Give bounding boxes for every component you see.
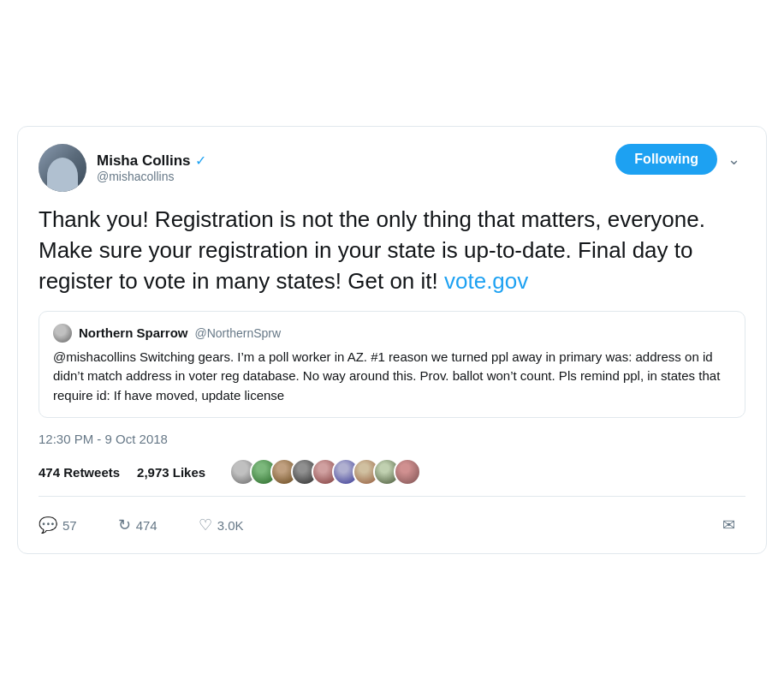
heart-icon: ♡ xyxy=(199,516,212,534)
quoted-author: Northern Sparrow @NorthernSprw xyxy=(53,324,731,343)
tweet-stats: 474 Retweets 2,973 Likes xyxy=(39,458,745,497)
avatar-cluster xyxy=(229,458,421,486)
tweet-header: Misha Collins ✓ @mishacollins Following … xyxy=(39,144,745,192)
quoted-text: @mishacollins Switching gears. I’m a pol… xyxy=(53,348,731,406)
share-button[interactable]: ✉ xyxy=(722,510,745,540)
retweet-label: Retweets xyxy=(63,465,120,480)
likes-count: 2,973 xyxy=(137,465,169,480)
verified-icon: ✓ xyxy=(195,152,206,169)
avatar xyxy=(39,144,86,192)
tweet-timestamp: 12:30 PM - 9 Oct 2018 xyxy=(39,432,745,446)
retweet-button[interactable]: ↻ 474 xyxy=(118,510,168,540)
tweet-author: Misha Collins ✓ @mishacollins xyxy=(39,144,206,192)
likes-label: Likes xyxy=(173,465,205,480)
tweet-body: Thank you! Registration is not the only … xyxy=(39,204,745,297)
retweet-stat: 474 Retweets xyxy=(39,465,120,480)
like-button[interactable]: ♡ 3.0K xyxy=(199,510,254,540)
author-info: Misha Collins ✓ @mishacollins xyxy=(97,152,206,183)
chevron-down-button[interactable]: ⌄ xyxy=(722,146,745,172)
author-name: Misha Collins xyxy=(97,152,191,170)
tweet-card: Misha Collins ✓ @mishacollins Following … xyxy=(17,126,767,555)
author-name-row: Misha Collins ✓ xyxy=(97,152,206,170)
likes-stat: 2,973 Likes xyxy=(137,465,205,480)
quoted-author-handle: @NorthernSprw xyxy=(195,326,282,340)
quoted-tweet[interactable]: Northern Sparrow @NorthernSprw @mishacol… xyxy=(39,311,745,419)
tweet-text: Thank you! Registration is not the only … xyxy=(39,206,705,295)
tweet-actions: 💬 57 ↻ 474 ♡ 3.0K ✉ xyxy=(39,507,745,540)
following-btn-wrapper: Following ⌄ xyxy=(615,144,745,175)
like-count: 3.0K xyxy=(217,518,244,533)
retweet-count: 474 xyxy=(39,465,60,480)
author-handle: @mishacollins xyxy=(97,170,206,183)
retweet-icon: ↻ xyxy=(118,516,131,534)
mail-icon: ✉ xyxy=(722,516,735,534)
cluster-avatar-9 xyxy=(394,458,421,486)
following-button[interactable]: Following xyxy=(615,144,717,175)
retweet-action-count: 474 xyxy=(136,518,157,533)
reply-count: 57 xyxy=(62,518,77,533)
reply-button[interactable]: 💬 57 xyxy=(39,510,87,540)
quoted-avatar xyxy=(53,324,72,343)
reply-icon: 💬 xyxy=(39,516,57,534)
tweet-link[interactable]: vote.gov xyxy=(444,268,528,294)
quoted-author-name: Northern Sparrow xyxy=(79,325,188,340)
